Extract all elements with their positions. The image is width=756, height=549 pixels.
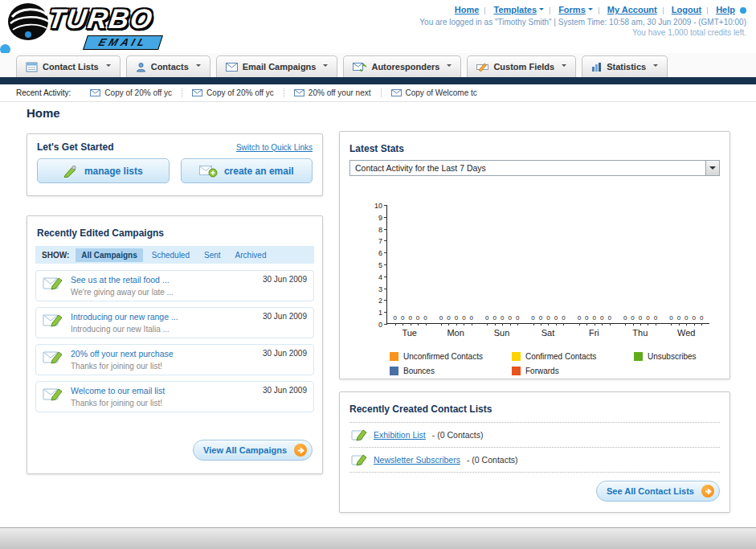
chart-value-group: 00000 <box>525 314 571 322</box>
campaign-row[interactable]: See us at the retail food ... We're givi… <box>35 270 314 301</box>
top-link-templates[interactable]: Templates <box>493 5 544 14</box>
nav-tab-label: Autoresponders <box>371 62 439 72</box>
see-all-contact-lists-label: See All Contact Lists <box>607 486 694 496</box>
campaign-title-link[interactable]: 20% off your next purchase <box>71 349 255 358</box>
nav-tab-email-campaigns[interactable]: Email Campaigns <box>216 55 338 77</box>
campaign-row[interactable]: Introducing our new range ... Introducin… <box>35 307 314 338</box>
stats-period-value: Contact Activity for the Last 7 Days <box>355 163 486 173</box>
nav-tab-label: Custom Fields <box>493 62 554 72</box>
nav-tab-contact-lists[interactable]: Contact Lists <box>16 55 121 77</box>
top-link-home[interactable]: Home <box>455 5 480 14</box>
recent-activity-item[interactable]: Copy of 20% off yc <box>80 88 182 97</box>
chart-value-label: 0 <box>531 314 534 322</box>
nav-underline-bar <box>0 77 756 84</box>
x-axis-tick-label: Wed <box>664 328 709 338</box>
legend-item: Confirmed Contacts <box>512 352 634 361</box>
contact-list-items: Exhibition List - (0 Contacts) Newslette… <box>349 422 720 473</box>
top-link-help[interactable]: Help <box>716 5 735 14</box>
envelope-icon <box>294 89 304 96</box>
chart-value-label: 0 <box>423 314 427 322</box>
app-window: { "header": { "logo_text": "TURBO", "log… <box>0 0 756 549</box>
recent-activity-item[interactable]: Copy of 20% off yc <box>182 88 284 97</box>
chart-value-group: 00000 <box>664 314 709 322</box>
contact-list-row[interactable]: Newsletter Subscribers - (0 Contacts) <box>349 448 720 473</box>
chart-value-label: 0 <box>508 314 511 322</box>
campaign-date: 30 Jun 2009 <box>263 349 307 358</box>
top-link-forms[interactable]: Forms <box>558 5 593 14</box>
list-edit-icon <box>351 453 367 466</box>
campaign-subtitle: We're giving away our late ... <box>71 288 255 297</box>
nav-tab-contacts[interactable]: Contacts <box>126 55 210 77</box>
envelope-icon <box>192 89 202 96</box>
chart-value-label: 0 <box>516 314 519 322</box>
nav-tab-autoresponders[interactable]: Autoresponders <box>343 55 461 77</box>
legend-swatch-icon <box>512 352 521 361</box>
chart-value-label: 0 <box>539 314 542 322</box>
chart-value-label: 0 <box>485 314 488 322</box>
legend-item: Unconfirmed Contacts <box>390 352 512 361</box>
campaign-title-link[interactable]: See us at the retail food ... <box>71 275 255 285</box>
page-title: Home <box>27 106 60 120</box>
campaign-edit-icon <box>43 349 63 365</box>
contact-list-count: - (0 Contacts) <box>432 430 484 440</box>
x-axis-tick-label: Mon <box>432 328 478 338</box>
chart-value-label: 0 <box>639 314 642 322</box>
nav-tab-statistics[interactable]: Statistics <box>582 55 668 77</box>
chart-value-group: 00000 <box>617 314 663 322</box>
y-axis-tick-label: 6 <box>368 249 382 257</box>
legend-item: Forwards <box>512 367 634 375</box>
campaign-row[interactable]: Welcome to our email list Thanks for joi… <box>35 381 314 412</box>
chart-value-group: 00000 <box>433 314 479 322</box>
recent-activity-item[interactable]: Copy of Welcome tc <box>382 88 487 97</box>
campaigns-title: Recently Edited Campaigns <box>37 227 164 239</box>
campaign-row[interactable]: 20% off your next purchase Thanks for jo… <box>35 344 314 375</box>
chart-value-label: 0 <box>593 314 596 322</box>
campaigns-panel: Recently Edited Campaigns SHOW: All Camp… <box>27 215 323 474</box>
contact-list-row[interactable]: Exhibition List - (0 Contacts) <box>349 423 720 448</box>
y-axis-tick-label: 9 <box>368 214 382 222</box>
switch-quick-links-link[interactable]: Switch to Quick Links <box>236 143 313 152</box>
campaign-title-link[interactable]: Welcome to our email list <box>71 386 255 395</box>
contact-list-link[interactable]: Newsletter Subscribers <box>374 455 460 465</box>
nav-tab-custom-fields[interactable]: Custom Fields <box>467 55 576 77</box>
campaigns-filter-row: SHOW: All Campaigns Scheduled Sent Archi… <box>35 246 314 264</box>
top-link-my-account[interactable]: My Account <box>607 5 657 14</box>
chart-value-label: 0 <box>646 314 649 322</box>
main-nav: Contact Lists Contacts Email Campaigns A… <box>0 53 756 77</box>
chart-value-label: 0 <box>700 314 703 322</box>
x-axis-tick-label: Sun <box>479 328 525 338</box>
get-started-title: Let's Get Started <box>37 141 114 153</box>
recent-activity-item[interactable]: 20% off your next <box>284 88 382 97</box>
campaign-title-link[interactable]: Introducing our new range ... <box>71 312 255 322</box>
chart-value-group: 00000 <box>480 314 525 322</box>
tab-archived[interactable]: Archived <box>230 248 272 262</box>
nav-tab-label: Contacts <box>151 62 189 72</box>
legend-swatch-icon <box>512 367 521 375</box>
chart-value-label: 0 <box>401 314 404 322</box>
tab-sent[interactable]: Sent <box>198 248 227 262</box>
create-email-button[interactable]: create an email <box>181 158 313 183</box>
contact-list-link[interactable]: Exhibition List <box>374 430 426 440</box>
envelope-icon <box>90 89 100 96</box>
footer-bar <box>0 527 756 549</box>
campaign-date: 30 Jun 2009 <box>263 312 307 321</box>
tab-scheduled[interactable]: Scheduled <box>146 248 195 262</box>
chart-value-label: 0 <box>562 314 565 322</box>
nav-tab-label: Email Campaigns <box>243 62 317 72</box>
chart-value-label: 0 <box>546 314 550 322</box>
tab-all-campaigns[interactable]: All Campaigns <box>76 248 142 262</box>
manage-lists-button[interactable]: manage lists <box>37 158 170 183</box>
chart-value-group: 00000 <box>571 314 617 322</box>
see-all-contact-lists-button[interactable]: See All Contact Lists <box>596 481 720 502</box>
header: TURBO EMAIL Home Templates Forms My Acco… <box>0 0 756 53</box>
chevron-down-icon <box>653 64 658 69</box>
envelope-icon <box>391 89 402 96</box>
dropdown-arrow-button[interactable] <box>705 161 719 175</box>
top-link-logout[interactable]: Logout <box>672 5 701 14</box>
stats-period-select[interactable]: Contact Activity for the Last 7 Days <box>349 160 720 176</box>
view-all-campaigns-button[interactable]: View All Campaigns <box>193 440 313 461</box>
y-axis-tick <box>384 252 387 253</box>
app-logo[interactable]: TURBO EMAIL <box>6 2 161 50</box>
y-axis-tick <box>384 205 387 206</box>
y-axis-tick <box>384 324 387 325</box>
